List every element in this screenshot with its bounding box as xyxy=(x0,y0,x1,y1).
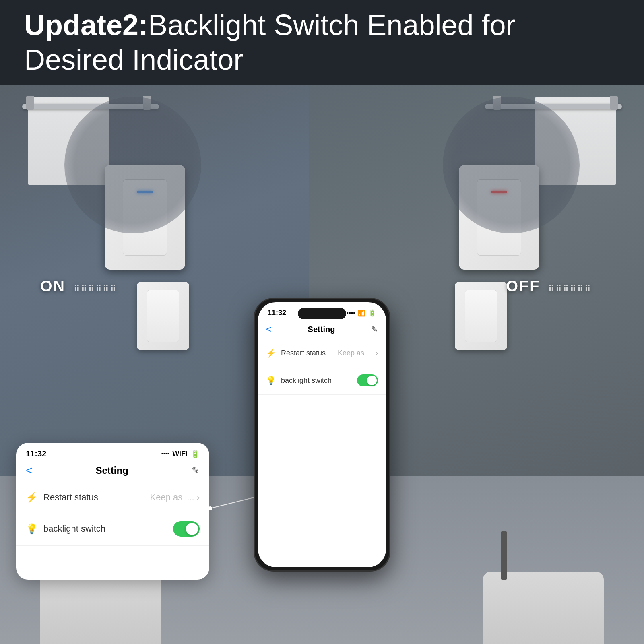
wall-switch-left[interactable] xyxy=(105,165,185,270)
restart-value: Keep as l... › xyxy=(150,492,200,503)
on-state-label: ON ⠿⠿⠿⠿⠿⠿ xyxy=(40,278,117,295)
app-card-header: < Setting ✎ xyxy=(16,462,209,483)
rack-bar-left xyxy=(22,104,159,109)
dots-icon-right: ⠿⠿⠿⠿⠿⠿ xyxy=(548,284,592,293)
phone-backlight-label: backlight switch xyxy=(281,376,332,385)
app-card-edit-button[interactable]: ✎ xyxy=(192,465,200,476)
restart-row-left: ⚡ Restart status xyxy=(26,492,98,503)
backlight-toggle[interactable] xyxy=(173,521,200,537)
phone-lightning-icon: ⚡ xyxy=(266,348,276,358)
phone-row-restart[interactable]: ⚡ Restart status Keep as l... › xyxy=(258,340,386,366)
small-switch-right[interactable] xyxy=(455,282,507,350)
phone-status-right: ▪▪▪▪ 📶 🔋 xyxy=(346,309,376,317)
phone-wifi-icon: 📶 xyxy=(358,309,366,317)
rack-support-right2 xyxy=(493,96,501,110)
wifi-icon: WiFi xyxy=(172,450,188,458)
phone-restart-left: ⚡ Restart status xyxy=(266,348,326,358)
app-card-title: Setting xyxy=(96,465,128,476)
restart-value-text: Keep as l... xyxy=(150,492,194,503)
towel-left xyxy=(28,97,109,185)
app-card-time: 11:32 xyxy=(26,449,46,458)
rack-support-left xyxy=(26,96,34,110)
off-state-label: OFF ⠿⠿⠿⠿⠿⠿ xyxy=(506,278,592,295)
phone-row-backlight[interactable]: 💡 backlight switch xyxy=(258,366,386,395)
bulb-icon: 💡 xyxy=(26,523,38,535)
phone-notch xyxy=(298,308,346,319)
dots-icon-left: ⠿⠿⠿⠿⠿⠿ xyxy=(74,284,117,293)
rack-support-left2 xyxy=(143,96,151,110)
phone-title: Setting xyxy=(308,325,335,334)
phone-large: 11:32 ▪▪▪▪ 📶 🔋 < Setting ✎ ⚡ Restart sta… xyxy=(254,298,390,572)
phone-back-button[interactable]: < xyxy=(266,324,272,335)
indicator-blue-left xyxy=(137,191,153,193)
header-title-bold: Update2: xyxy=(24,9,148,41)
phone-signal-icon: ▪▪▪▪ xyxy=(346,310,355,317)
phone-bulb-icon: 💡 xyxy=(266,376,276,385)
app-card-row-restart[interactable]: ⚡ Restart status Keep as l... › xyxy=(16,483,209,512)
indicator-red-right xyxy=(491,191,507,193)
app-card-back-button[interactable]: < xyxy=(26,464,32,477)
rack-bar-right xyxy=(485,104,622,109)
small-button-right[interactable] xyxy=(465,290,497,342)
app-card-status-bar: 11:32 ···· WiFi 🔋 xyxy=(16,443,209,462)
header-title: Update2:Backlight Switch Enabled for Des… xyxy=(24,8,620,77)
switch-button-left[interactable] xyxy=(123,179,167,256)
app-card-row-backlight[interactable]: 💡 backlight switch xyxy=(16,512,209,546)
phone-time: 11:32 xyxy=(268,309,286,317)
small-button-left[interactable] xyxy=(147,290,179,342)
phone-edit-button[interactable]: ✎ xyxy=(371,324,378,334)
wall-switch-right[interactable] xyxy=(459,165,539,270)
battery-icon: 🔋 xyxy=(191,450,200,458)
phone-backlight-left: 💡 backlight switch xyxy=(266,376,332,385)
backlight-row-left: 💡 backlight switch xyxy=(26,523,105,535)
phone-header: < Setting ✎ xyxy=(258,320,386,340)
phone-screen: 11:32 ▪▪▪▪ 📶 🔋 < Setting ✎ ⚡ Restart sta… xyxy=(258,302,386,567)
towel-right xyxy=(535,97,616,185)
phone-battery-icon: 🔋 xyxy=(368,309,376,317)
header-bar: Update2:Backlight Switch Enabled for Des… xyxy=(0,0,644,85)
off-text: OFF xyxy=(506,278,540,295)
restart-label: Restart status xyxy=(43,492,98,503)
rack-support-right1 xyxy=(610,96,618,110)
backlight-label: backlight switch xyxy=(43,524,105,534)
bathtub-left xyxy=(40,572,161,644)
faucet-right xyxy=(501,531,507,580)
phone-chevron-icon: › xyxy=(376,349,378,357)
phone-restart-label: Restart status xyxy=(281,349,326,357)
on-text: ON xyxy=(40,278,66,295)
phone-backlight-toggle[interactable] xyxy=(357,374,378,386)
lightning-icon: ⚡ xyxy=(26,492,38,503)
bathroom-scene: ON ⠿⠿⠿⠿⠿⠿ OFF ⠿⠿⠿⠿⠿⠿ 11:32 ···· WiFi 🔋 <… xyxy=(0,85,644,644)
phone-restart-value: Keep as l... › xyxy=(338,349,378,357)
bathtub-right xyxy=(483,572,604,644)
signal-dots-icon: ···· xyxy=(161,450,169,458)
chevron-icon: › xyxy=(197,492,200,503)
app-card: 11:32 ···· WiFi 🔋 < Setting ✎ ⚡ Restart … xyxy=(16,443,209,580)
app-card-status-right: ···· WiFi 🔋 xyxy=(161,450,200,458)
switch-button-right[interactable] xyxy=(477,179,521,256)
small-switch-left[interactable] xyxy=(137,282,189,350)
phone-restart-value-text: Keep as l... xyxy=(338,349,374,357)
